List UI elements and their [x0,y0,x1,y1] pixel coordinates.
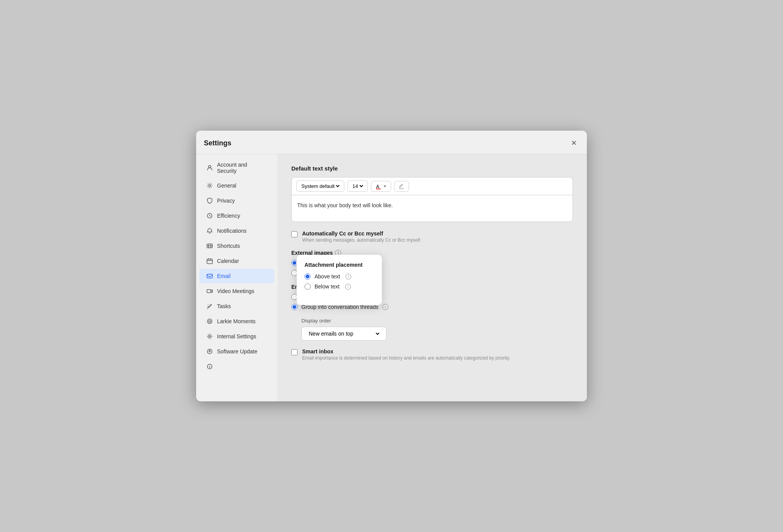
sidebar-item-general[interactable]: General [199,178,274,193]
sidebar-item-notifications[interactable]: Notifications [199,223,274,238]
display-order-select[interactable]: New emails on top Old emails on top [301,327,386,341]
font-select-input[interactable]: System default [300,183,341,189]
sidebar-label-larkie: Larkie Moments [217,318,256,324]
highlight-icon [398,183,405,189]
text-preview-box: This is what your body text will look li… [291,195,573,222]
content-area: Default text style System default 14 [277,154,587,401]
sidebar-label-notifications: Notifications [217,228,246,234]
calendar-icon [206,257,213,264]
sidebar-label-email: Email [217,273,231,279]
text-color-button[interactable]: A [371,181,391,192]
attachment-popup-title: Attachment placement [304,262,373,268]
cc-bcc-row: Automatically Cc or Bcc myself When send… [291,230,573,243]
svg-rect-11 [207,274,212,278]
size-select-input[interactable]: 14 [351,183,364,189]
shortcuts-icon [206,242,213,249]
account-icon [206,164,213,171]
above-text-option[interactable]: Above text i [304,273,373,280]
sidebar-item-shortcuts[interactable]: Shortcuts [199,239,274,253]
sidebar-item-efficiency[interactable]: Efficiency [199,208,274,223]
attachment-popup: Attachment placement Above text i Below … [297,255,382,305]
text-style-section: System default 14 A [291,177,573,222]
sidebar-label-account: Account and Security [217,162,267,174]
sidebar-label-software: Software Update [217,348,257,355]
font-color-chevron [383,184,387,188]
sidebar-item-internal[interactable]: Internal Settings [199,329,274,344]
sidebar-item-account[interactable]: Account and Security [199,158,274,178]
software-icon [206,348,213,355]
sidebar: Account and Security General Privac [196,154,277,401]
smart-inbox-sublabel: Email importance is determined based on … [302,355,510,361]
svg-point-13 [207,319,212,324]
video-icon [206,288,213,295]
sidebar-label-efficiency: Efficiency [217,213,240,219]
attachment-options: Above text i Below text i [304,273,373,290]
privacy-icon [206,197,213,204]
sidebar-label-shortcuts: Shortcuts [217,243,240,249]
below-text-option[interactable]: Below text i [304,283,373,290]
smart-inbox-text: Smart inbox Email importance is determin… [302,348,510,361]
efficiency-icon [206,212,213,219]
above-text-radio[interactable] [304,273,311,280]
text-color-icon: A [375,183,381,189]
above-text-label: Above text [315,273,340,280]
svg-rect-7 [207,259,212,264]
info-icon [206,363,213,370]
below-text-info-icon[interactable]: i [345,284,351,290]
internal-icon [206,333,213,340]
svg-point-1 [209,185,211,187]
svg-point-15 [210,321,211,321]
sidebar-item-tasks[interactable]: Tasks [199,299,274,314]
smart-inbox-label: Smart inbox [302,348,510,355]
svg-point-14 [209,321,209,321]
smart-inbox-checkbox[interactable] [291,349,297,355]
text-style-controls: System default 14 A [291,177,573,195]
sidebar-label-video: Video Meetings [217,288,254,294]
highlight-button[interactable] [394,181,409,192]
general-icon [206,182,213,189]
sidebar-label-internal: Internal Settings [217,333,256,339]
sidebar-label-general: General [217,182,236,189]
notifications-icon [206,227,213,234]
settings-window: Settings ✕ Account and Security [196,131,587,401]
sidebar-item-info[interactable] [199,359,274,374]
svg-point-16 [209,336,210,337]
font-size-select[interactable]: 14 [347,181,368,192]
font-family-select[interactable]: System default [296,181,344,192]
cc-bcc-checkbox[interactable] [291,231,297,237]
group-threads-info-icon[interactable]: i [382,304,388,310]
cc-bcc-label: Automatically Cc or Bcc myself [302,230,421,237]
below-text-radio[interactable] [304,283,311,290]
sidebar-item-larkie[interactable]: Larkie Moments [199,314,274,329]
larkie-icon [206,318,213,325]
smart-inbox-row: Smart inbox Email importance is determin… [291,348,573,361]
cc-bcc-text: Automatically Cc or Bcc myself When send… [302,230,421,243]
tasks-icon [206,303,213,310]
svg-point-0 [209,165,211,168]
preview-text: This is what your body text will look li… [297,202,393,208]
window-title: Settings [204,139,231,147]
text-style-title: Default text style [291,165,573,172]
below-text-label: Below text [315,283,340,290]
display-order-section: Display order New emails on top Old emai… [301,318,573,341]
display-order-label: Display order [301,318,573,324]
sidebar-label-privacy: Privacy [217,198,235,204]
sidebar-item-email[interactable]: Email [199,269,274,283]
sidebar-item-privacy[interactable]: Privacy [199,193,274,208]
sidebar-item-video[interactable]: Video Meetings [199,284,274,298]
sidebar-item-calendar[interactable]: Calendar [199,254,274,268]
sidebar-label-calendar: Calendar [217,258,239,264]
cc-bcc-sublabel: When sending messages, automatically Cc … [302,237,421,243]
email-icon [206,273,213,280]
sidebar-label-tasks: Tasks [217,303,231,309]
above-text-info-icon[interactable]: i [345,274,351,280]
sidebar-item-software[interactable]: Software Update [199,344,274,359]
close-button[interactable]: ✕ [568,138,579,148]
svg-rect-12 [207,290,211,293]
title-bar: Settings ✕ [196,131,587,154]
group-threads-radio[interactable] [291,304,297,310]
display-order-input[interactable]: New emails on top Old emails on top [307,330,381,337]
main-content: Account and Security General Privac [196,154,587,401]
